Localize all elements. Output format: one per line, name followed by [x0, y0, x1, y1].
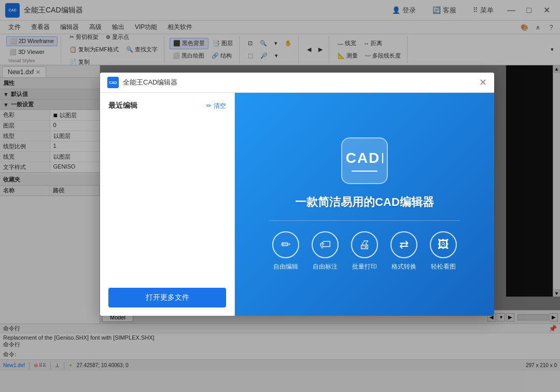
dialog-logo: CAD [107, 77, 119, 88]
recent-header: 最近编辑 ✏ 清空 [108, 101, 226, 110]
dialog-logo-text: CAD [109, 81, 117, 85]
dialog-titlebar: CAD 全能王CAD编辑器 ✕ [100, 73, 494, 93]
cursor-v-line [382, 153, 383, 163]
feature-edit-icon: ✏ [272, 231, 299, 258]
dialog-left: 最近编辑 ✏ 清空 打开更多文件 [100, 93, 235, 316]
open-more-button[interactable]: 打开更多文件 [108, 288, 226, 307]
feature-annotate-label: 自由标注 [313, 262, 338, 271]
feature-print-icon: 🖨 [351, 231, 378, 258]
dialog-overlay: CAD 全能王CAD编辑器 ✕ 最近编辑 ✏ 清空 打开更多文件 [0, 0, 560, 392]
feature-convert-icon: ⇄ [390, 231, 417, 258]
feature-annotate-icon: 🏷 [312, 231, 339, 258]
cursor-graphic [382, 153, 383, 163]
recent-label: 最近编辑 [108, 101, 137, 110]
feature-icons: ✏ 自由编辑 🏷 自由标注 🖨 批量打印 ⇄ 格式转换 [272, 231, 457, 271]
dialog-title: 全能王CAD编辑器 [123, 78, 479, 87]
dialog-right: CAD 一款简洁易用的CAD编辑器 ✏ 自由编辑 🏷 [235, 93, 494, 316]
dialog-tagline: 一款简洁易用的CAD编辑器 [295, 194, 434, 210]
feature-print-label: 批量打印 [352, 262, 377, 271]
dialog-divider [269, 220, 460, 221]
feature-view: 🖼 轻松看图 [430, 231, 457, 271]
feature-convert-label: 格式转换 [391, 262, 416, 271]
dialog-body: 最近编辑 ✏ 清空 打开更多文件 CAD [100, 93, 494, 316]
cad-logo-text: CAD [346, 150, 381, 166]
feature-edit: ✏ 自由编辑 [272, 231, 299, 271]
feature-print: 🖨 批量打印 [351, 231, 378, 271]
feature-view-label: 轻松看图 [431, 262, 456, 271]
feature-convert: ⇄ 格式转换 [390, 231, 417, 271]
feature-edit-label: 自由编辑 [273, 262, 298, 271]
eraser-icon: ✏ [206, 102, 212, 109]
clear-button[interactable]: ✏ 清空 [206, 102, 226, 110]
dialog-close-button[interactable]: ✕ [479, 78, 487, 87]
recent-list [108, 117, 226, 288]
cad-logo-underline [352, 171, 377, 172]
cad-logo-inner: CAD [346, 150, 384, 166]
dialog: CAD 全能王CAD编辑器 ✕ 最近编辑 ✏ 清空 打开更多文件 [100, 73, 494, 316]
feature-annotate: 🏷 自由标注 [312, 231, 339, 271]
feature-view-icon: 🖼 [430, 231, 457, 258]
cad-logo-box: CAD [341, 137, 388, 184]
